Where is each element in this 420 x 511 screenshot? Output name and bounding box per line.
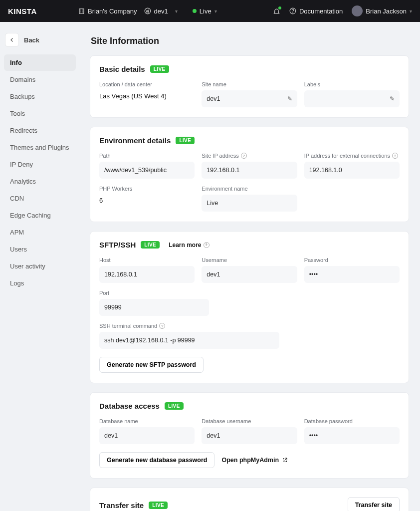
sidebar-item-apm[interactable]: APM — [4, 224, 76, 241]
ssh-command-field[interactable]: ssh dev1@192.168.0.1 -p 99999 — [99, 332, 279, 349]
sftp-pass-label: Password — [304, 257, 400, 263]
building-icon — [78, 7, 85, 14]
edit-icon[interactable]: ✎ — [390, 95, 395, 102]
workers-label: PHP Workers — [99, 186, 195, 192]
port-field[interactable]: 99999 — [99, 299, 209, 316]
generate-db-password-button[interactable]: Generate new database password — [99, 452, 214, 468]
dbuser-value: dev1 — [207, 432, 220, 439]
chevron-down-icon: ▾ — [214, 8, 217, 14]
env-switcher[interactable]: Live ▾ — [193, 7, 217, 15]
topbar: KINSTA Brian's Company dev1 ▾ Live ▾ — [0, 0, 420, 22]
extip-label: IP address for external connections ? — [304, 153, 400, 159]
live-badge: LIVE — [150, 65, 169, 73]
sidebar-item-domains[interactable]: Domains — [4, 71, 76, 88]
sftp-pass-value: •••• — [309, 271, 318, 278]
user-name: Brian Jackson — [366, 7, 407, 15]
basic-details-heading: Basic details — [99, 65, 145, 73]
sidebar-item-user-activity[interactable]: User activity — [4, 258, 76, 274]
sidebar-item-redirects[interactable]: Redirects — [4, 122, 76, 139]
path-field[interactable]: /www/dev1_539/public — [99, 162, 195, 179]
generate-sftp-password-button[interactable]: Generate new SFTP password — [99, 357, 204, 373]
siteip-label: Site IP address ? — [202, 153, 297, 159]
info-icon: ? — [204, 242, 210, 248]
port-label: Port — [99, 290, 400, 296]
site-crumb[interactable]: dev1 — [144, 7, 168, 15]
port-value: 99999 — [104, 304, 122, 311]
transfer-site-card: Transfer site LIVE Transfer site You can… — [90, 488, 409, 511]
svg-point-3 — [293, 12, 293, 13]
siteip-field[interactable]: 192.168.0.1 — [202, 162, 297, 179]
sidebar-item-analytics[interactable]: Analytics — [4, 173, 76, 190]
learn-more-link[interactable]: Learn more ? — [169, 242, 209, 249]
sidebar: Back Info Domains Backups Tools Redirect… — [0, 22, 80, 511]
sftp-user-field[interactable]: dev1 — [202, 266, 297, 283]
sidebar-item-edge-caching[interactable]: Edge Caching — [4, 207, 76, 224]
database-heading: Database access — [99, 402, 160, 410]
main-content: Site Information Basic details LIVE Loca… — [80, 22, 419, 511]
sidebar-item-themes-and-plugins[interactable]: Themes and Plugins — [4, 139, 76, 156]
breadcrumb: Brian's Company dev1 ▾ — [78, 7, 178, 15]
labels-label: Labels — [304, 81, 400, 87]
help-icon — [289, 7, 296, 14]
extip-field[interactable]: 192.168.1.0 — [304, 162, 400, 179]
user-menu[interactable]: Brian Jackson ▾ — [352, 5, 412, 16]
host-label: Host — [99, 257, 195, 263]
chevron-down-icon: ▾ — [410, 8, 412, 14]
sitename-field[interactable]: dev1 ✎ — [202, 90, 297, 107]
chevron-down-icon[interactable]: ▾ — [175, 8, 178, 14]
dbname-value: dev1 — [104, 432, 118, 439]
location-label: Location / data center — [99, 81, 195, 87]
info-icon[interactable]: ? — [241, 153, 247, 159]
sidebar-item-ip-deny[interactable]: IP Deny — [4, 156, 76, 173]
sftp-pass-field[interactable]: •••• — [304, 266, 400, 283]
topbar-right: Documentation Brian Jackson ▾ — [273, 5, 412, 16]
sidebar-item-logs[interactable]: Logs — [4, 275, 76, 291]
site-name-crumb: dev1 — [154, 7, 168, 15]
envname-field[interactable]: Live — [202, 195, 297, 212]
notifications-button[interactable] — [273, 7, 280, 15]
host-value: 192.168.0.1 — [104, 271, 137, 278]
sidebar-item-backups[interactable]: Backups — [4, 88, 76, 105]
env-label: Live — [200, 7, 211, 15]
transfer-heading: Transfer site — [99, 501, 144, 510]
sitename-value: dev1 — [207, 95, 220, 102]
sitename-label: Site name — [202, 81, 297, 87]
sidebar-item-tools[interactable]: Tools — [4, 105, 76, 122]
back-label: Back — [24, 36, 39, 44]
info-icon[interactable]: ? — [392, 153, 398, 159]
live-badge: LIVE — [176, 137, 195, 144]
info-icon[interactable]: ? — [159, 323, 165, 329]
sidebar-item-info[interactable]: Info — [4, 54, 76, 71]
open-phpmyadmin-button[interactable]: Open phpMyAdmin — [221, 457, 288, 464]
dbuser-field[interactable]: dev1 — [202, 427, 297, 444]
ssh-command-value: ssh dev1@192.168.0.1 -p 99999 — [104, 337, 195, 344]
sftp-user-value: dev1 — [207, 271, 220, 278]
location-value: Las Vegas (US West 4) — [99, 90, 195, 102]
host-field[interactable]: 192.168.0.1 — [99, 266, 195, 283]
documentation-label: Documentation — [299, 7, 343, 15]
page-title: Site Information — [91, 36, 409, 46]
logo[interactable]: KINSTA — [8, 7, 78, 15]
sftp-heading: SFTP/SSH — [99, 241, 136, 249]
sidebar-item-cdn[interactable]: CDN — [4, 190, 76, 207]
documentation-link[interactable]: Documentation — [289, 7, 343, 15]
transfer-site-button[interactable]: Transfer site — [348, 497, 400, 511]
back-button[interactable] — [5, 33, 19, 47]
live-indicator-dot — [193, 9, 197, 13]
path-value: /www/dev1_539/public — [104, 167, 167, 174]
dbpass-field[interactable]: •••• — [304, 427, 400, 444]
database-access-card: Database access LIVE Database name dev1 … — [90, 392, 409, 479]
labels-field[interactable]: ✎ — [304, 90, 400, 107]
dbname-label: Database name — [99, 418, 195, 424]
sidebar-nav: Info Domains Backups Tools Redirects The… — [4, 54, 76, 291]
path-label: Path — [99, 153, 195, 159]
svg-rect-0 — [79, 8, 84, 13]
sidebar-item-users[interactable]: Users — [4, 241, 76, 257]
edit-icon[interactable]: ✎ — [287, 95, 292, 102]
company-crumb[interactable]: Brian's Company — [78, 7, 137, 15]
company-name: Brian's Company — [88, 7, 137, 15]
sftp-user-label: Username — [202, 257, 297, 263]
external-link-icon — [282, 457, 288, 463]
siteip-value: 192.168.0.1 — [207, 167, 239, 174]
dbname-field[interactable]: dev1 — [99, 427, 195, 444]
